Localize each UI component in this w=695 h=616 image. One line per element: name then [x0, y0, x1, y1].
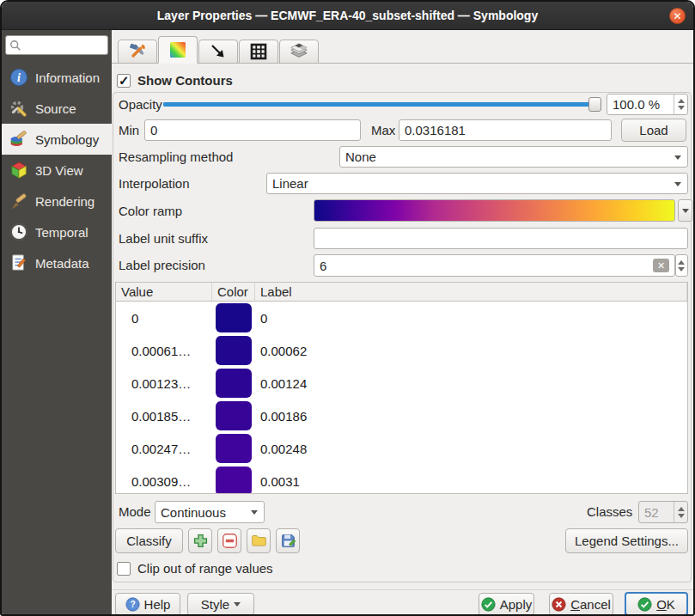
- mode-select[interactable]: Continuous: [155, 501, 265, 523]
- metadata-icon: [9, 253, 28, 272]
- symbology-panel: Show Contours Opacity 100.0 % Min 0 Max …: [112, 30, 693, 614]
- opacity-spinner[interactable]: [674, 95, 687, 114]
- cancel-button[interactable]: Cancel: [549, 593, 613, 616]
- 3d-view-icon: [9, 161, 28, 180]
- plus-icon: [192, 533, 209, 549]
- table-row[interactable]: 0 0: [116, 302, 687, 334]
- sidebar-item-rendering[interactable]: Rendering: [2, 186, 112, 217]
- sidebar-item-label: Information: [35, 70, 100, 85]
- color-ramp-menu-button[interactable]: [678, 199, 692, 222]
- save-color-map-button[interactable]: [276, 528, 300, 553]
- classes-table-header: Value Color Label: [116, 283, 687, 302]
- cell-value[interactable]: 0.00123…: [116, 376, 212, 391]
- close-button[interactable]: ✕: [669, 8, 686, 24]
- gradient-icon: [168, 40, 187, 59]
- layer-properties-dialog: Layer Properties — ECMWF_ERA-40_subset-s…: [0, 0, 695, 616]
- sidebar-search-input[interactable]: [5, 35, 108, 55]
- show-contours-checkbox[interactable]: [117, 74, 131, 88]
- column-header-color[interactable]: Color: [212, 283, 255, 301]
- opacity-label: Opacity: [119, 97, 162, 112]
- interpolation-label: Interpolation: [119, 176, 190, 191]
- tab-pixel-table[interactable]: [239, 40, 278, 64]
- cell-value[interactable]: 0.00061…: [116, 344, 212, 358]
- table-row[interactable]: 0.00123… 0.00124: [116, 367, 687, 399]
- tab-resampling[interactable]: [198, 40, 238, 64]
- clip-out-of-range-label: Clip out of range values: [137, 561, 273, 576]
- color-swatch[interactable]: [216, 467, 252, 494]
- sidebar-item-metadata[interactable]: Metadata: [2, 247, 112, 278]
- clip-out-of-range-checkbox[interactable]: [117, 562, 131, 576]
- min-label: Min: [119, 123, 139, 137]
- cell-label[interactable]: 0.0031: [255, 474, 300, 489]
- folder-icon: [251, 533, 267, 549]
- sidebar-item-temporal[interactable]: Temporal: [2, 217, 112, 247]
- label-precision-input[interactable]: 6 ✕: [314, 254, 675, 277]
- table-row[interactable]: 0.00061… 0.00062: [116, 334, 687, 367]
- apply-check-icon: [481, 597, 496, 612]
- color-swatch[interactable]: [216, 401, 252, 430]
- classes-table: Value Color Label 0 0 0.00061… 0.00062 0…: [115, 282, 688, 494]
- sidebar-item-source[interactable]: Source: [2, 93, 112, 124]
- chevron-down-icon: [234, 602, 241, 607]
- cell-label[interactable]: 0.00186: [255, 409, 307, 424]
- load-color-map-button[interactable]: [247, 528, 271, 553]
- table-row[interactable]: 0.00309… 0.0031: [116, 465, 687, 494]
- symbology-icon: [9, 130, 28, 149]
- sidebar-item-information[interactable]: i Information: [2, 62, 112, 93]
- color-ramp-preview[interactable]: [314, 199, 675, 222]
- classify-button[interactable]: Classify: [115, 528, 183, 553]
- cell-label[interactable]: 0: [255, 311, 267, 326]
- arrow-icon: [209, 42, 228, 61]
- add-class-button[interactable]: [188, 528, 212, 553]
- ok-button[interactable]: OK: [625, 592, 688, 616]
- opacity-slider-handle[interactable]: [588, 97, 601, 112]
- cell-value[interactable]: 0.00185…: [116, 409, 212, 424]
- clear-value-icon[interactable]: ✕: [653, 259, 669, 272]
- cell-label[interactable]: 0.00248: [255, 442, 307, 456]
- legend-settings-button[interactable]: Legend Settings...: [565, 528, 688, 553]
- cell-value[interactable]: 0.00247…: [116, 442, 212, 456]
- color-swatch[interactable]: [216, 434, 252, 463]
- tab-band-rendering[interactable]: [158, 36, 198, 64]
- opacity-value: 100.0 %: [613, 97, 660, 112]
- column-header-value[interactable]: Value: [116, 283, 212, 301]
- opacity-slider[interactable]: [163, 102, 600, 107]
- column-header-label[interactable]: Label: [255, 283, 687, 301]
- label-precision-label: Label precision: [119, 258, 205, 272]
- help-icon: ?: [125, 597, 140, 612]
- label-precision-value: 6: [320, 259, 326, 273]
- cell-label[interactable]: 0.00124: [255, 376, 307, 391]
- chevron-down-icon: [674, 156, 681, 160]
- table-row[interactable]: 0.00247… 0.00248: [116, 432, 687, 465]
- resampling-method-label: Resampling method: [119, 149, 233, 164]
- cell-label[interactable]: 0.00062: [255, 344, 307, 358]
- titlebar: Layer Properties — ECMWF_ERA-40_subset-s…: [2, 2, 693, 30]
- temporal-icon: [9, 223, 28, 241]
- sidebar-item-symbology[interactable]: Symbology: [2, 124, 112, 155]
- sidebar-item-3d-view[interactable]: 3D View: [2, 155, 112, 186]
- style-dropdown-button[interactable]: Style: [187, 593, 254, 616]
- table-row[interactable]: 0.00185… 0.00186: [116, 399, 687, 432]
- max-input[interactable]: 0.0316181: [399, 119, 612, 141]
- remove-class-button[interactable]: [217, 528, 241, 553]
- classes-spinbox: 52: [638, 501, 688, 523]
- apply-button[interactable]: Apply: [479, 593, 534, 616]
- load-button[interactable]: Load: [621, 119, 686, 142]
- cell-value[interactable]: 0: [116, 311, 212, 326]
- interpolation-select[interactable]: Linear: [266, 173, 688, 194]
- label-unit-suffix-input[interactable]: [314, 228, 688, 249]
- label-precision-spinner[interactable]: [675, 254, 688, 277]
- min-value: 0: [150, 123, 157, 137]
- help-button[interactable]: ? Help: [115, 593, 180, 616]
- sidebar-item-label: Source: [35, 101, 76, 116]
- color-swatch[interactable]: [216, 336, 252, 365]
- color-swatch[interactable]: [216, 303, 252, 332]
- tab-legend[interactable]: [279, 40, 319, 64]
- mode-value: Continuous: [161, 505, 226, 520]
- color-swatch[interactable]: [216, 369, 252, 398]
- min-input[interactable]: 0: [144, 119, 361, 141]
- resampling-method-select[interactable]: None: [339, 146, 688, 168]
- cell-value[interactable]: 0.00309…: [116, 474, 212, 489]
- opacity-spinbox[interactable]: 100.0 %: [607, 94, 688, 115]
- tab-tools[interactable]: [118, 40, 157, 64]
